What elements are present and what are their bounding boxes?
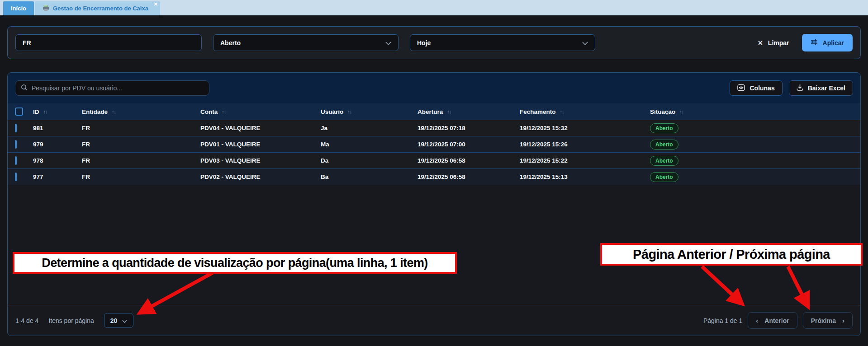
sliders-icon (811, 39, 818, 47)
cell-abertura: 19/12/2025 06:58 (417, 173, 520, 180)
download-icon (797, 84, 803, 92)
column-header-abertura[interactable]: Abertura↑↓ (417, 108, 520, 115)
table-row[interactable]: 979 FR PDV01 - VALQUEIRE Ma 19/12/2025 0… (8, 136, 860, 152)
eye-icon (737, 84, 745, 93)
clear-filters-label: Limpar (768, 39, 789, 47)
status-badge: Aberto (650, 156, 678, 166)
sort-icon[interactable]: ↑↓ (447, 109, 451, 114)
search-box (15, 80, 209, 96)
cell-conta: PDV02 - VALQUEIRE (200, 173, 321, 180)
cell-entidade: FR (82, 141, 200, 148)
tab-inicio-label: Início (11, 5, 26, 12)
tab-bar: Início Gestao de Encerramento de Caixa ✕ (0, 0, 868, 15)
sort-icon[interactable]: ↑↓ (347, 109, 351, 114)
cell-usuario: Ja (321, 125, 417, 131)
table-panel: Colunas Baixar Excel ID↑↓ Entidade↑↓ Con… (7, 72, 861, 336)
cell-conta: PDV01 - VALQUEIRE (200, 141, 321, 148)
search-input[interactable] (32, 84, 204, 92)
table-toolbar: Colunas Baixar Excel (8, 73, 860, 103)
entity-input[interactable] (15, 34, 202, 51)
chevron-down-icon (122, 317, 127, 324)
select-all-checkbox[interactable] (15, 108, 23, 116)
tab-inicio[interactable]: Início (3, 1, 34, 15)
cell-entidade: FR (82, 173, 200, 180)
cell-abertura: 19/12/2025 07:18 (417, 125, 520, 131)
next-page-button[interactable]: Próxima › (803, 312, 853, 329)
cell-id: 981 (33, 125, 82, 131)
row-checkbox[interactable] (15, 124, 17, 132)
annotation-nav-note: Página Anterior / Próxima página (600, 243, 863, 266)
cell-entidade: FR (82, 157, 200, 164)
column-header-situacao[interactable]: Situação↑↓ (644, 108, 860, 115)
column-header-conta[interactable]: Conta↑↓ (200, 108, 321, 115)
cell-abertura: 19/12/2025 07:00 (417, 141, 520, 148)
cell-fechamento: 19/12/2025 15:32 (520, 125, 644, 131)
sort-icon[interactable]: ↑↓ (43, 109, 47, 114)
items-per-page-label: Itens por página (48, 317, 94, 324)
close-icon[interactable]: ✕ (154, 1, 158, 7)
cell-abertura: 19/12/2025 06:58 (417, 157, 520, 164)
sort-icon[interactable]: ↑↓ (222, 109, 226, 114)
table-row[interactable]: 978 FR PDV03 - VALQUEIRE Da 19/12/2025 0… (8, 152, 860, 168)
columns-label: Colunas (749, 84, 774, 92)
download-excel-label: Baixar Excel (808, 84, 845, 92)
apply-filters-label: Aplicar (823, 39, 844, 47)
filter-panel: Aberto Hoje ✕ Limpar Aplicar (7, 26, 861, 59)
previous-page-button[interactable]: ‹ Anterior (748, 312, 797, 329)
table-row[interactable]: 977 FR PDV02 - VALQUEIRE Ba 19/12/2025 0… (8, 168, 860, 185)
cell-usuario: Ba (321, 173, 417, 180)
date-select[interactable]: Hoje (410, 34, 595, 51)
status-select[interactable]: Aberto (213, 34, 398, 51)
tab-gestao-encerramento[interactable]: Gestao de Encerramento de Caixa ✕ (35, 1, 160, 15)
column-header-usuario[interactable]: Usuário↑↓ (321, 108, 417, 115)
column-header-id[interactable]: ID↑↓ (33, 108, 82, 115)
cell-entidade: FR (82, 125, 200, 131)
row-checkbox[interactable] (15, 140, 17, 149)
cell-conta: PDV03 - VALQUEIRE (200, 157, 321, 164)
items-per-page-select[interactable]: 20 (104, 313, 134, 328)
next-page-label: Próxima (811, 317, 836, 324)
chevron-right-icon: › (842, 317, 844, 324)
columns-button[interactable]: Colunas (730, 80, 782, 96)
cell-fechamento: 19/12/2025 15:13 (520, 173, 644, 180)
cell-fechamento: 19/12/2025 15:26 (520, 141, 644, 148)
cell-id: 979 (33, 141, 82, 148)
download-excel-button[interactable]: Baixar Excel (789, 80, 853, 96)
x-icon: ✕ (758, 39, 763, 47)
pagination-bar: 1-4 de 4 Itens por página 20 Página 1 de… (8, 305, 860, 336)
search-icon (21, 84, 28, 93)
apply-filters-button[interactable]: Aplicar (802, 34, 853, 51)
page-indicator: Página 1 de 1 (703, 317, 742, 324)
sort-icon[interactable]: ↑↓ (679, 109, 683, 114)
sort-icon[interactable]: ↑↓ (112, 109, 116, 114)
status-badge: Aberto (650, 172, 678, 182)
status-badge: Aberto (650, 140, 678, 150)
clear-filters-button[interactable]: ✕ Limpar (758, 39, 789, 47)
date-select-value: Hoje (417, 39, 431, 47)
table-row[interactable]: 981 FR PDV04 - VALQUEIRE Ja 19/12/2025 0… (8, 120, 860, 136)
items-per-page-value: 20 (110, 317, 118, 324)
status-badge: Aberto (650, 123, 678, 133)
cell-id: 978 (33, 157, 82, 164)
range-text: 1-4 de 4 (15, 317, 38, 324)
column-header-fechamento[interactable]: Fechamento↑↓ (520, 108, 644, 115)
sort-icon[interactable]: ↑↓ (560, 109, 564, 114)
chevron-left-icon: ‹ (756, 317, 758, 324)
cell-id: 977 (33, 173, 82, 180)
row-checkbox[interactable] (15, 173, 17, 181)
cell-usuario: Da (321, 157, 417, 164)
cash-register-icon (43, 5, 49, 13)
annotation-per-page-note: Determine a quantidade de visualização p… (13, 252, 457, 274)
column-header-entidade[interactable]: Entidade↑↓ (82, 108, 200, 115)
status-select-value: Aberto (220, 39, 241, 47)
chevron-down-icon (582, 39, 588, 47)
cell-conta: PDV04 - VALQUEIRE (200, 125, 321, 131)
table-header: ID↑↓ Entidade↑↓ Conta↑↓ Usuário↑↓ Abertu… (8, 103, 860, 120)
cell-usuario: Ma (321, 141, 417, 148)
chevron-down-icon (385, 39, 391, 47)
cell-fechamento: 19/12/2025 15:22 (520, 157, 644, 164)
tab-gestao-label: Gestao de Encerramento de Caixa (53, 5, 148, 12)
row-checkbox[interactable] (15, 156, 17, 165)
previous-page-label: Anterior (764, 317, 789, 324)
